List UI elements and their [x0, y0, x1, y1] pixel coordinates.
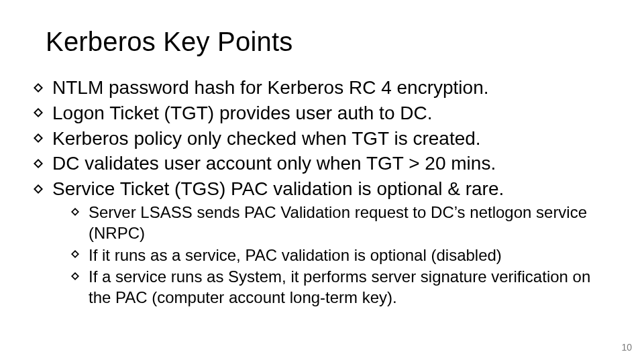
bullet-list: NTLM password hash for Kerberos RC 4 enc… — [34, 76, 610, 308]
bullet-text: Logon Ticket (TGT) provides user auth to… — [52, 103, 432, 123]
slide: Kerberos Key Points NTLM password hash f… — [0, 0, 644, 362]
bullet-text: Kerberos policy only checked when TGT is… — [52, 128, 481, 149]
sub-bullet-list: Server LSASS sends PAC Validation reques… — [71, 202, 610, 308]
diamond-bullet-icon — [34, 83, 43, 93]
diamond-bullet-icon — [71, 272, 79, 280]
diamond-bullet-icon — [71, 208, 79, 216]
diamond-bullet-icon — [71, 250, 79, 258]
bullet-item: DC validates user account only when TGT … — [34, 152, 610, 176]
bullet-text: Service Ticket (TGS) PAC validation is o… — [52, 178, 504, 199]
diamond-bullet-icon — [34, 108, 43, 117]
bullet-item: Logon Ticket (TGT) provides user auth to… — [34, 101, 610, 125]
sub-bullet-item: Server LSASS sends PAC Validation reques… — [71, 202, 610, 243]
sub-bullet-text: Server LSASS sends PAC Validation reques… — [89, 203, 587, 242]
sub-bullet-text: If it runs as a service, PAC validation … — [89, 246, 502, 264]
slide-title: Kerberos Key Points — [46, 27, 610, 57]
diamond-bullet-icon — [34, 184, 43, 194]
bullet-item: Kerberos policy only checked when TGT is… — [34, 127, 610, 151]
diamond-bullet-icon — [34, 133, 43, 143]
bullet-item: NTLM password hash for Kerberos RC 4 enc… — [34, 76, 610, 100]
diamond-bullet-icon — [34, 159, 43, 168]
bullet-text: DC validates user account only when TGT … — [52, 153, 496, 174]
page-number: 10 — [621, 342, 632, 353]
bullet-item: Service Ticket (TGS) PAC validation is o… — [34, 177, 610, 308]
sub-bullet-item: If a service runs as System, it performs… — [71, 267, 610, 308]
sub-bullet-text: If a service runs as System, it performs… — [89, 267, 590, 306]
sub-bullet-item: If it runs as a service, PAC validation … — [71, 245, 610, 266]
bullet-text: NTLM password hash for Kerberos RC 4 enc… — [52, 77, 489, 98]
